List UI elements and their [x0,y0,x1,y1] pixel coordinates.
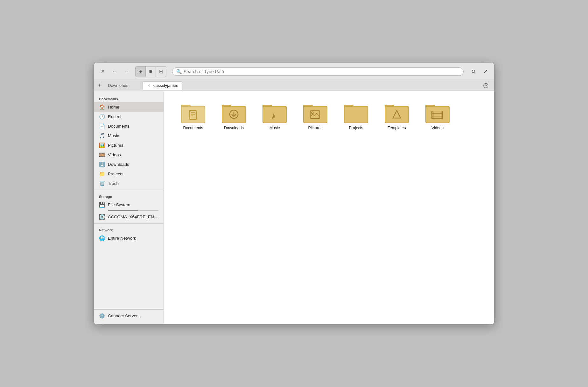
search-bar[interactable]: 🔍 [172,67,464,76]
files-grid: Documents [174,99,484,133]
sidebar-item-cccoma[interactable]: 💽 CCCOMA_X64FRE_EN-... [94,212,164,222]
sidebar-item-trash[interactable]: 🗑️ Trash [94,179,164,188]
tab-downloads[interactable]: Downloads [104,82,142,89]
svg-rect-31 [426,107,449,123]
forward-button[interactable]: → [122,67,132,77]
file-item-videos[interactable]: Videos [418,99,457,133]
tab-cassidyjames-label: cassidyjames [153,83,178,88]
sidebar-item-network-label: Entire Network [108,236,136,241]
projects-icon: 📁 [99,171,105,177]
file-item-projects[interactable]: Projects [337,99,375,133]
search-input[interactable] [184,69,459,74]
view-list-button[interactable]: ≡ [146,67,156,77]
storage-label: Storage [94,192,164,200]
videos-icon: 🎞️ [99,151,105,158]
sidebar-item-recent-label: Recent [108,114,122,119]
sidebar-item-music[interactable]: 🎵 Music [94,131,164,140]
sidebar-item-projects[interactable]: 📁 Projects [94,169,164,179]
sidebar-item-filesystem[interactable]: 💾 File System [94,200,164,209]
file-label-pictures: Pictures [308,126,322,130]
home-icon: 🏠 [99,104,105,110]
pictures-icon: 🖼️ [99,142,105,148]
file-label-videos: Videos [431,126,444,130]
sidebar-item-documents-label: Documents [108,124,130,129]
folder-icon-templates [384,102,410,124]
svg-rect-27 [385,107,408,123]
storage-bar [108,210,158,211]
tab-cassidyjames[interactable]: ✕ cassidyjames [142,81,182,90]
add-tab-button[interactable]: + [95,81,104,90]
svg-rect-3 [182,107,205,123]
view-mode-buttons: ⊞ ≡ ⊟ [135,66,166,77]
recent-icon: 🕐 [99,113,105,120]
file-label-downloads: Downloads [224,126,244,130]
file-manager-window: ✕ ← → ⊞ ≡ ⊟ 🔍 ↻ ⤢ + Downloads ✕ cassidyj… [94,63,494,324]
file-label-projects: Projects [349,126,363,130]
filesystem-icon: 💾 [99,201,105,208]
network-label: Network [94,226,164,233]
folder-icon-projects [343,102,369,124]
storage-bar-fill [108,210,138,211]
connect-server-icon: ⚙️ [99,313,105,319]
sidebar-item-pictures[interactable]: 🖼️ Pictures [94,140,164,150]
file-item-templates[interactable]: Templates [378,99,416,133]
sidebar-item-downloads[interactable]: ⬇️ Downloads [94,159,164,169]
sidebar-item-projects-label: Projects [108,172,123,176]
sidebar-item-cccoma-label: CCCOMA_X64FRE_EN-... [108,215,159,219]
sidebar-item-filesystem-label: File System [108,202,130,207]
sidebar-bottom: ⚙️ Connect Server... [94,309,164,320]
network-icon: 🌐 [99,235,105,241]
back-button[interactable]: ← [110,67,120,77]
downloads-icon: ⬇️ [99,161,105,167]
sidebar-item-pictures-label: Pictures [108,143,123,148]
bookmarks-label: Bookmarks [94,95,164,102]
sidebar-item-documents[interactable]: 📄 Documents [94,121,164,131]
history-icon [483,83,488,88]
sidebar-divider-2 [94,223,164,224]
sidebar-item-trash-label: Trash [108,181,119,186]
svg-rect-33 [432,111,434,119]
view-grid-button[interactable]: ⊞ [136,67,146,77]
svg-rect-24 [345,107,368,123]
connect-server-label: Connect Server... [108,313,141,318]
toolbar: ✕ ← → ⊞ ≡ ⊟ 🔍 ↻ ⤢ [94,63,494,80]
content-area: Documents [164,91,494,324]
file-label-documents: Documents [183,126,203,130]
sidebar-item-videos[interactable]: 🎞️ Videos [94,150,164,159]
folder-icon-videos [425,102,450,124]
file-item-downloads[interactable]: Downloads [215,99,253,133]
close-button[interactable]: ✕ [98,67,108,77]
search-icon: 🔍 [176,69,182,74]
sidebar-item-home[interactable]: 🏠 Home [94,102,164,112]
file-item-pictures[interactable]: Pictures [296,99,334,133]
connect-server-item[interactable]: ⚙️ Connect Server... [94,311,164,320]
folder-icon-music: ♪ [262,102,287,124]
music-icon: 🎵 [99,132,105,139]
sidebar-item-entire-network[interactable]: 🌐 Entire Network [94,233,164,243]
expand-button[interactable]: ⤢ [480,67,490,77]
sidebar-item-recent[interactable]: 🕐 Recent [94,112,164,121]
file-item-documents[interactable]: Documents [174,99,212,133]
sidebar-item-home-label: Home [108,105,119,109]
file-label-music: Music [270,126,280,130]
folder-icon-pictures [303,102,328,124]
svg-rect-34 [441,111,443,119]
trash-icon: 🗑️ [99,180,105,186]
view-column-button[interactable]: ⊟ [156,67,166,77]
cccoma-icon: 💽 [99,214,105,220]
sidebar-item-music-label: Music [108,133,119,138]
main-area: Bookmarks 🏠 Home 🕐 Recent 📄 Documents 🎵 … [94,91,494,324]
sidebar-divider-1 [94,190,164,190]
tab-close-button[interactable]: ✕ [146,83,151,88]
history-button[interactable] [481,81,491,91]
tabs-bar: + Downloads ✕ cassidyjames [94,80,494,91]
tabs-right [481,81,493,91]
refresh-button[interactable]: ↻ [468,67,478,77]
sidebar-item-videos-label: Videos [108,152,121,157]
folder-icon-downloads [221,102,247,124]
file-label-templates: Templates [388,126,406,130]
svg-text:♪: ♪ [271,111,276,121]
sidebar: Bookmarks 🏠 Home 🕐 Recent 📄 Documents 🎵 … [94,91,164,324]
file-item-music[interactable]: ♪ Music [256,99,294,133]
sidebar-item-downloads-label: Downloads [108,162,129,167]
